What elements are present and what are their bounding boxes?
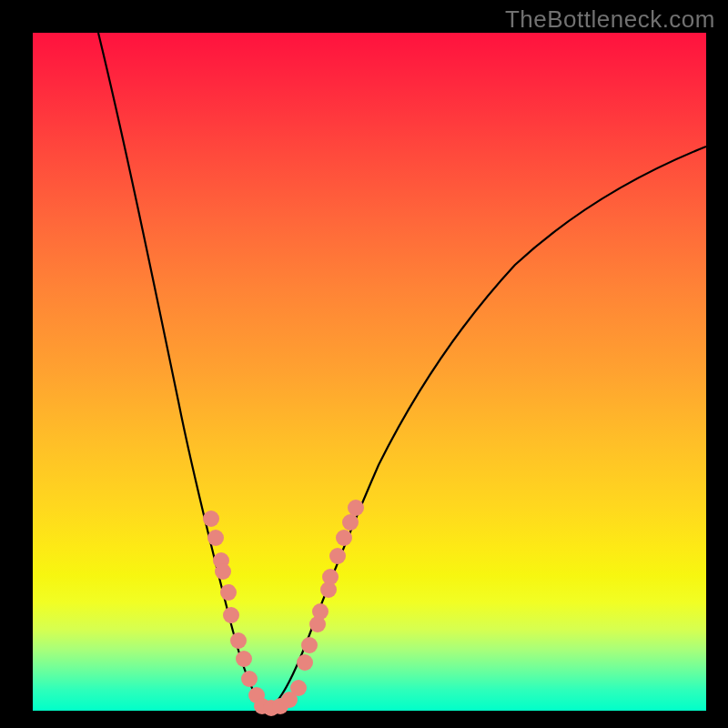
markers-right xyxy=(297,500,364,671)
curve-layer xyxy=(33,33,706,711)
svg-point-16 xyxy=(301,637,318,653)
svg-point-7 xyxy=(236,651,252,667)
svg-point-14 xyxy=(290,680,307,696)
svg-point-5 xyxy=(223,607,239,623)
svg-point-23 xyxy=(342,514,359,531)
svg-point-21 xyxy=(329,548,346,564)
svg-point-1 xyxy=(207,530,224,546)
svg-point-0 xyxy=(203,511,219,527)
chart-frame: TheBottleneck.com xyxy=(0,0,728,728)
svg-point-3 xyxy=(215,563,231,580)
svg-point-8 xyxy=(241,671,258,687)
curve-right xyxy=(267,147,706,710)
svg-point-15 xyxy=(297,654,313,671)
svg-point-4 xyxy=(220,584,237,601)
svg-point-6 xyxy=(230,632,247,649)
curve-left xyxy=(98,33,267,710)
markers-left xyxy=(203,511,265,703)
plot-area xyxy=(33,33,706,711)
svg-point-20 xyxy=(322,569,339,585)
svg-point-18 xyxy=(312,603,329,620)
svg-point-24 xyxy=(348,500,364,516)
watermark-text: TheBottleneck.com xyxy=(505,5,715,34)
svg-point-22 xyxy=(336,530,352,546)
